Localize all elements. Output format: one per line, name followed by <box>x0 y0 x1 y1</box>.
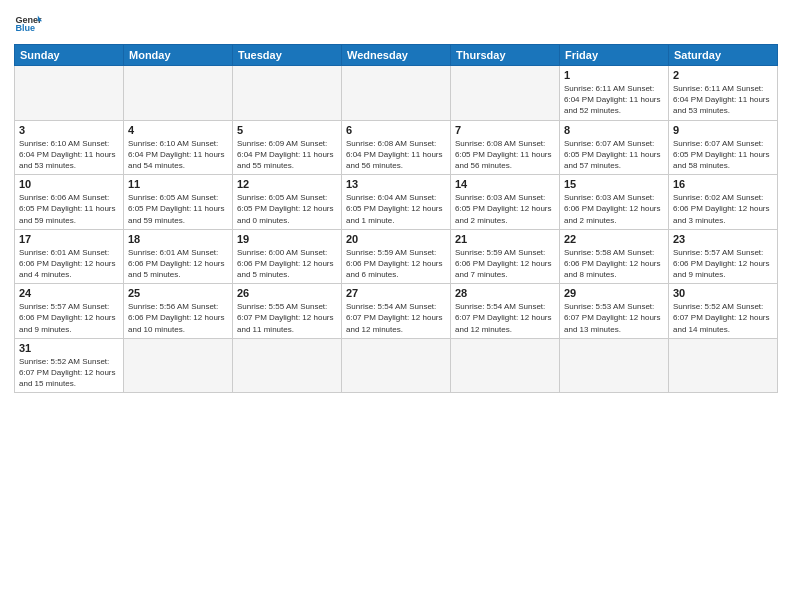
day-info: Sunrise: 5:53 AM Sunset: 6:07 PM Dayligh… <box>564 301 664 335</box>
day-info: Sunrise: 6:10 AM Sunset: 6:04 PM Dayligh… <box>128 138 228 172</box>
calendar-cell: 28Sunrise: 5:54 AM Sunset: 6:07 PM Dayli… <box>451 284 560 339</box>
day-info: Sunrise: 6:07 AM Sunset: 6:05 PM Dayligh… <box>564 138 664 172</box>
day-info: Sunrise: 5:59 AM Sunset: 6:06 PM Dayligh… <box>455 247 555 281</box>
calendar-cell: 1Sunrise: 6:11 AM Sunset: 6:04 PM Daylig… <box>560 66 669 121</box>
calendar-cell: 29Sunrise: 5:53 AM Sunset: 6:07 PM Dayli… <box>560 284 669 339</box>
day-info: Sunrise: 6:03 AM Sunset: 6:05 PM Dayligh… <box>455 192 555 226</box>
day-number: 24 <box>19 287 119 299</box>
calendar-cell: 4Sunrise: 6:10 AM Sunset: 6:04 PM Daylig… <box>124 120 233 175</box>
day-info: Sunrise: 6:04 AM Sunset: 6:05 PM Dayligh… <box>346 192 446 226</box>
day-number: 9 <box>673 124 773 136</box>
day-number: 22 <box>564 233 664 245</box>
day-number: 31 <box>19 342 119 354</box>
calendar-cell <box>124 338 233 393</box>
day-info: Sunrise: 6:03 AM Sunset: 6:06 PM Dayligh… <box>564 192 664 226</box>
day-number: 19 <box>237 233 337 245</box>
day-info: Sunrise: 5:52 AM Sunset: 6:07 PM Dayligh… <box>19 356 119 390</box>
calendar-cell: 8Sunrise: 6:07 AM Sunset: 6:05 PM Daylig… <box>560 120 669 175</box>
day-info: Sunrise: 6:10 AM Sunset: 6:04 PM Dayligh… <box>19 138 119 172</box>
day-number: 12 <box>237 178 337 190</box>
day-info: Sunrise: 5:57 AM Sunset: 6:06 PM Dayligh… <box>19 301 119 335</box>
calendar-cell: 7Sunrise: 6:08 AM Sunset: 6:05 PM Daylig… <box>451 120 560 175</box>
calendar-week-2: 3Sunrise: 6:10 AM Sunset: 6:04 PM Daylig… <box>15 120 778 175</box>
day-info: Sunrise: 6:05 AM Sunset: 6:05 PM Dayligh… <box>128 192 228 226</box>
day-number: 27 <box>346 287 446 299</box>
calendar-cell <box>342 66 451 121</box>
logo: General Blue <box>14 10 42 38</box>
calendar-table: SundayMondayTuesdayWednesdayThursdayFrid… <box>14 44 778 393</box>
calendar-cell <box>451 338 560 393</box>
day-info: Sunrise: 6:07 AM Sunset: 6:05 PM Dayligh… <box>673 138 773 172</box>
day-number: 1 <box>564 69 664 81</box>
day-info: Sunrise: 5:58 AM Sunset: 6:06 PM Dayligh… <box>564 247 664 281</box>
day-number: 2 <box>673 69 773 81</box>
day-number: 23 <box>673 233 773 245</box>
calendar-week-5: 24Sunrise: 5:57 AM Sunset: 6:06 PM Dayli… <box>15 284 778 339</box>
day-number: 7 <box>455 124 555 136</box>
day-number: 11 <box>128 178 228 190</box>
day-number: 26 <box>237 287 337 299</box>
weekday-header-friday: Friday <box>560 45 669 66</box>
day-number: 4 <box>128 124 228 136</box>
day-info: Sunrise: 6:05 AM Sunset: 6:05 PM Dayligh… <box>237 192 337 226</box>
day-info: Sunrise: 5:59 AM Sunset: 6:06 PM Dayligh… <box>346 247 446 281</box>
day-number: 30 <box>673 287 773 299</box>
calendar-cell: 25Sunrise: 5:56 AM Sunset: 6:06 PM Dayli… <box>124 284 233 339</box>
calendar-cell: 10Sunrise: 6:06 AM Sunset: 6:05 PM Dayli… <box>15 175 124 230</box>
weekday-header-sunday: Sunday <box>15 45 124 66</box>
weekday-header-monday: Monday <box>124 45 233 66</box>
calendar-week-4: 17Sunrise: 6:01 AM Sunset: 6:06 PM Dayli… <box>15 229 778 284</box>
weekday-header-row: SundayMondayTuesdayWednesdayThursdayFrid… <box>15 45 778 66</box>
day-number: 28 <box>455 287 555 299</box>
day-number: 10 <box>19 178 119 190</box>
calendar-cell: 12Sunrise: 6:05 AM Sunset: 6:05 PM Dayli… <box>233 175 342 230</box>
day-info: Sunrise: 6:08 AM Sunset: 6:05 PM Dayligh… <box>455 138 555 172</box>
calendar-cell: 3Sunrise: 6:10 AM Sunset: 6:04 PM Daylig… <box>15 120 124 175</box>
calendar-cell: 22Sunrise: 5:58 AM Sunset: 6:06 PM Dayli… <box>560 229 669 284</box>
generalblue-logo-icon: General Blue <box>14 10 42 38</box>
day-number: 8 <box>564 124 664 136</box>
day-number: 25 <box>128 287 228 299</box>
day-number: 17 <box>19 233 119 245</box>
day-number: 3 <box>19 124 119 136</box>
calendar-week-6: 31Sunrise: 5:52 AM Sunset: 6:07 PM Dayli… <box>15 338 778 393</box>
day-info: Sunrise: 5:54 AM Sunset: 6:07 PM Dayligh… <box>346 301 446 335</box>
day-info: Sunrise: 5:55 AM Sunset: 6:07 PM Dayligh… <box>237 301 337 335</box>
calendar-cell: 26Sunrise: 5:55 AM Sunset: 6:07 PM Dayli… <box>233 284 342 339</box>
day-info: Sunrise: 6:11 AM Sunset: 6:04 PM Dayligh… <box>673 83 773 117</box>
day-info: Sunrise: 5:52 AM Sunset: 6:07 PM Dayligh… <box>673 301 773 335</box>
calendar-cell: 21Sunrise: 5:59 AM Sunset: 6:06 PM Dayli… <box>451 229 560 284</box>
weekday-header-wednesday: Wednesday <box>342 45 451 66</box>
day-info: Sunrise: 5:57 AM Sunset: 6:06 PM Dayligh… <box>673 247 773 281</box>
calendar-cell <box>124 66 233 121</box>
weekday-header-thursday: Thursday <box>451 45 560 66</box>
day-number: 21 <box>455 233 555 245</box>
calendar-cell: 2Sunrise: 6:11 AM Sunset: 6:04 PM Daylig… <box>669 66 778 121</box>
day-number: 20 <box>346 233 446 245</box>
calendar-cell <box>451 66 560 121</box>
calendar-cell: 27Sunrise: 5:54 AM Sunset: 6:07 PM Dayli… <box>342 284 451 339</box>
header: General Blue <box>14 10 778 38</box>
calendar-cell <box>669 338 778 393</box>
calendar-cell: 18Sunrise: 6:01 AM Sunset: 6:06 PM Dayli… <box>124 229 233 284</box>
day-number: 6 <box>346 124 446 136</box>
calendar-week-3: 10Sunrise: 6:06 AM Sunset: 6:05 PM Dayli… <box>15 175 778 230</box>
calendar-cell: 19Sunrise: 6:00 AM Sunset: 6:06 PM Dayli… <box>233 229 342 284</box>
day-info: Sunrise: 6:00 AM Sunset: 6:06 PM Dayligh… <box>237 247 337 281</box>
day-number: 15 <box>564 178 664 190</box>
calendar-cell <box>342 338 451 393</box>
day-info: Sunrise: 6:01 AM Sunset: 6:06 PM Dayligh… <box>128 247 228 281</box>
calendar-cell: 5Sunrise: 6:09 AM Sunset: 6:04 PM Daylig… <box>233 120 342 175</box>
day-info: Sunrise: 6:09 AM Sunset: 6:04 PM Dayligh… <box>237 138 337 172</box>
page: General Blue SundayMondayTuesdayWednesda… <box>0 0 792 612</box>
calendar-cell: 20Sunrise: 5:59 AM Sunset: 6:06 PM Dayli… <box>342 229 451 284</box>
calendar-week-1: 1Sunrise: 6:11 AM Sunset: 6:04 PM Daylig… <box>15 66 778 121</box>
calendar-cell <box>233 338 342 393</box>
calendar-cell: 9Sunrise: 6:07 AM Sunset: 6:05 PM Daylig… <box>669 120 778 175</box>
calendar-cell: 11Sunrise: 6:05 AM Sunset: 6:05 PM Dayli… <box>124 175 233 230</box>
day-info: Sunrise: 6:11 AM Sunset: 6:04 PM Dayligh… <box>564 83 664 117</box>
calendar-cell: 17Sunrise: 6:01 AM Sunset: 6:06 PM Dayli… <box>15 229 124 284</box>
calendar-cell <box>233 66 342 121</box>
day-number: 13 <box>346 178 446 190</box>
calendar-cell <box>560 338 669 393</box>
